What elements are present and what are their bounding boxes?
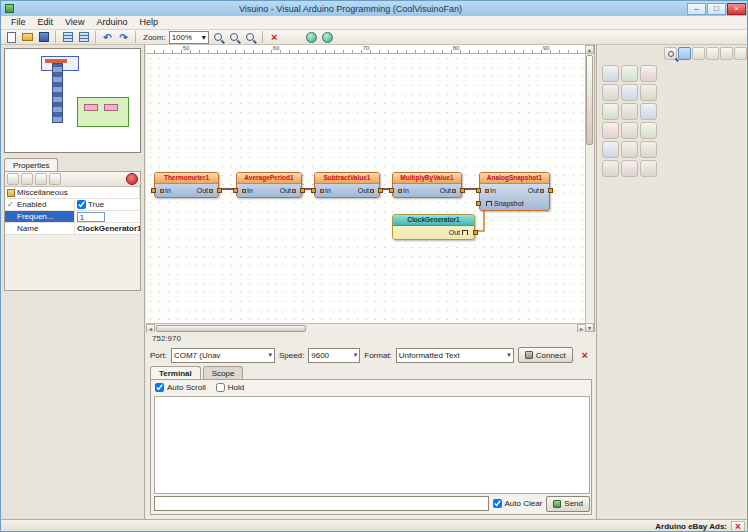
send-button[interactable]: Send [546,496,590,512]
filter-icon[interactable] [678,47,691,60]
scroll-up-icon[interactable]: ▴ [585,45,594,54]
favorites-icon[interactable] [734,47,747,60]
pin-label-out[interactable]: Out [280,184,296,197]
format-select[interactable]: Unformatted Text▾ [396,348,514,363]
pin-label-in[interactable]: In [242,184,253,197]
pin-label-out[interactable]: Out [449,226,469,239]
menu-file[interactable]: File [5,16,32,29]
palette-icon[interactable] [640,84,657,101]
palette-icon[interactable] [602,122,619,139]
output-pin[interactable] [217,188,222,193]
property-enabled-row[interactable]: ✓ Enabled True [5,199,140,211]
send-input[interactable] [154,496,489,511]
property-category-row[interactable]: Miscellaneous [5,187,140,199]
horizontal-scrollbar[interactable]: ◂ ▸ [146,323,586,332]
input-pin[interactable] [151,188,156,193]
hold-checkbox[interactable]: Hold [216,383,244,392]
sort-az-icon[interactable] [7,173,19,185]
upload-icon[interactable] [321,31,334,44]
maximize-button[interactable]: □ [707,3,726,15]
pin-label-out[interactable]: Out [528,184,544,197]
snap-grid-icon[interactable] [77,31,90,44]
disconnect-icon[interactable]: × [582,349,588,361]
palette-icon[interactable] [602,160,619,177]
palette-icon[interactable] [640,141,657,158]
palette-icon[interactable] [640,122,657,139]
search-icon[interactable] [664,47,677,60]
pin-label-in[interactable]: In [320,184,331,197]
save-icon[interactable] [37,31,50,44]
enabled-checkbox[interactable] [77,200,86,209]
scroll-down-icon[interactable]: ▾ [585,323,594,332]
component-subtractvalue1[interactable]: SubtractValue1 In Out [314,172,380,198]
tab-terminal[interactable]: Terminal [150,366,201,380]
zoom-fit-icon[interactable] [244,31,257,44]
menu-view[interactable]: View [59,16,90,29]
palette-icon[interactable] [640,160,657,177]
pin-label-out[interactable]: Out [197,184,213,197]
palette-icon[interactable] [602,103,619,120]
new-file-icon[interactable] [5,31,18,44]
palette-icon[interactable] [602,141,619,158]
menu-edit[interactable]: Edit [32,16,60,29]
output-pin[interactable] [460,188,465,193]
auto-clear-checkbox[interactable]: Auto Clear [493,499,543,508]
palette-icon[interactable] [602,84,619,101]
output-pin[interactable] [378,188,383,193]
palette-icon[interactable] [621,160,638,177]
design-canvas[interactable]: Thermometer1 In Out AveragePeriod1 In Ou… [146,54,586,323]
pin-label-snapshot[interactable]: Snapshot [485,197,524,210]
menu-arduino[interactable]: Arduino [90,16,133,29]
component-averageperiod1[interactable]: AveragePeriod1 In Out [236,172,302,198]
output-pin[interactable] [300,188,305,193]
delete-icon[interactable]: × [268,31,281,44]
pin-label-out[interactable]: Out [358,184,374,197]
menu-help[interactable]: Help [133,16,164,29]
component-clockgenerator1[interactable]: ClockGenerator1 Out [392,214,475,240]
pin-label-out[interactable]: Out [440,184,456,197]
palette-icon[interactable] [640,65,657,82]
property-frequency-row[interactable]: ∿ Frequen... 1 [5,211,140,223]
tab-properties[interactable]: Properties [4,158,58,172]
hscroll-thumb[interactable] [156,325,306,332]
zoom-select[interactable]: 100%▾ [169,31,209,44]
close-ads-icon[interactable]: × [731,521,745,532]
view-list-icon[interactable] [692,47,705,60]
compile-icon[interactable] [305,31,318,44]
pin-label-in[interactable]: In [485,184,496,197]
grid-toggle-icon[interactable] [61,31,74,44]
input-pin[interactable] [311,188,316,193]
redo-icon[interactable]: ↷ [117,31,130,44]
property-name-row[interactable]: Name ClockGenerator1 [5,223,140,235]
palette-icon[interactable] [621,65,638,82]
component-title[interactable]: AveragePeriod1 [237,173,301,184]
component-title[interactable]: SubtractValue1 [315,173,379,184]
pin-label-in[interactable]: In [398,184,409,197]
palette-icon[interactable] [640,103,657,120]
output-pin[interactable] [548,188,553,193]
vscroll-thumb[interactable] [586,55,593,145]
input-pin[interactable] [389,188,394,193]
input-pin[interactable] [233,188,238,193]
palette-icon[interactable] [621,122,638,139]
pin-label-in[interactable]: In [160,184,171,197]
component-title[interactable]: MultiplyByValue1 [393,173,461,184]
terminal-output[interactable] [154,396,590,494]
component-title[interactable]: Thermometer1 [155,173,218,184]
speed-select[interactable]: 9600▾ [308,348,360,363]
component-analogsnapshot1[interactable]: AnalogSnapshot1 In Out Snapshot [479,172,550,211]
palette-icon[interactable] [621,84,638,101]
component-title[interactable]: AnalogSnapshot1 [480,173,549,184]
zoom-out-icon[interactable] [228,31,241,44]
categories-icon[interactable] [720,47,733,60]
overview-minimap[interactable] [4,48,141,153]
open-file-icon[interactable] [21,31,34,44]
pin-panel-icon[interactable] [126,173,138,185]
palette-icon[interactable] [621,141,638,158]
tab-scope[interactable]: Scope [203,366,244,380]
zoom-in-icon[interactable] [212,31,225,44]
close-button[interactable]: × [727,3,746,15]
undo-icon[interactable]: ↶ [101,31,114,44]
vertical-scrollbar[interactable]: ▴ ▾ [585,45,594,332]
categorized-icon[interactable] [21,173,33,185]
